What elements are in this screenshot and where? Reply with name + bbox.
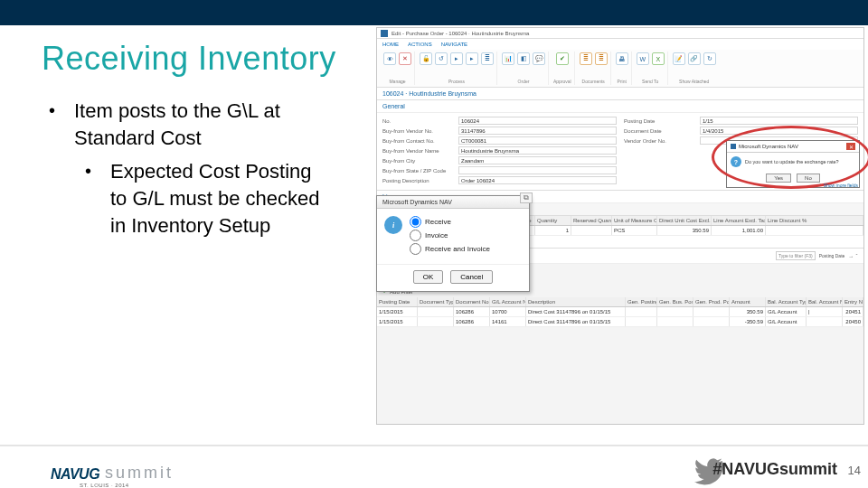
field-label: Buy-from Vendor Name [382, 148, 455, 154]
bullet-dot: • [85, 158, 110, 239]
post-and-print-icon[interactable]: ▸ [466, 52, 478, 65]
field-label: No. [382, 118, 455, 124]
cancel-button[interactable]: Cancel [450, 270, 493, 284]
field-value[interactable]: 31147896 [458, 127, 617, 135]
post-options-dialog: ⧉ Microsoft Dynamics NAV i Receive Invoi… [376, 195, 530, 292]
invoice-icon[interactable]: ≣ [595, 52, 608, 65]
tab-home[interactable]: HOME [382, 42, 399, 47]
question-icon: ? [731, 156, 741, 167]
cell [571, 226, 612, 235]
cell [693, 307, 730, 316]
cell: Direct Cost 31147896 on 01/15/15 [526, 307, 626, 316]
excel-icon[interactable]: X [652, 52, 665, 65]
radio-receive-invoice[interactable] [410, 243, 421, 255]
filter-input[interactable]: Type to filter (F3) [776, 251, 816, 260]
show-more-link[interactable]: ˅ Show more fields [819, 183, 858, 188]
test-report-icon[interactable]: ≣ [481, 52, 494, 65]
slide-top-bar [0, 0, 868, 25]
cell [626, 307, 657, 316]
document-header: 106024 · Houtindustrie Bruynsma [377, 88, 863, 100]
word-icon[interactable]: W [637, 52, 649, 65]
field-value[interactable]: Houtindustrie Bruynsma [458, 146, 617, 155]
post-icon[interactable]: ▸ [450, 52, 463, 65]
ribbon-group-label: Show Attached [679, 79, 709, 84]
dimensions-icon[interactable]: ◧ [517, 52, 530, 65]
slide-title: Receiving Inventory [42, 40, 336, 78]
links-icon[interactable]: 🔗 [688, 52, 701, 65]
ribbon-group-label: Manage [389, 79, 405, 84]
bullet-list: • Item posts to the G\L at Standard Cost… [49, 98, 320, 239]
cell: 1/15/2015 [377, 307, 418, 316]
ribbon: 👁 ✕ Manage 🔓 ↺ ▸ ▸ ≣ Process 📊 ◧ [377, 50, 863, 88]
tab-actions[interactable]: ACTIONS [408, 42, 432, 47]
col-resqty: Reserved Quantity [571, 216, 612, 225]
cell [807, 317, 843, 326]
reopen-icon[interactable]: ↺ [435, 52, 448, 65]
window-title: Edit - Purchase Order - 106024 · Houtind… [392, 31, 529, 36]
field-label: Posting Date [624, 118, 696, 124]
gle-grid-row[interactable]: 1/15/2015 106286 10700 Direct Cost 31147… [377, 307, 863, 317]
print-icon[interactable]: 🖶 [616, 52, 628, 65]
field-label: Vendor Order No. [624, 138, 696, 144]
delete-icon[interactable]: ✕ [399, 52, 411, 65]
mini-dialog-header: Microsoft Dynamics NAV ✕ [727, 141, 859, 153]
col: Posting Date [377, 297, 418, 306]
ribbon-group-label: Approval [553, 79, 571, 84]
col-uom: Unit of Measure Code [612, 216, 657, 225]
cell [418, 317, 454, 326]
bullet-2-text: Expected Cost Posting to G/L must be che… [110, 158, 320, 239]
cell: G/L Account [766, 317, 807, 326]
col: Bal. Account No. [807, 297, 843, 306]
option-receive[interactable]: Receive [410, 216, 490, 228]
cell [766, 226, 863, 235]
ok-button[interactable]: OK [413, 270, 444, 284]
ribbon-group-order: 📊 ◧ 💬 Order [499, 52, 549, 85]
field-label: Buy-from City [382, 158, 455, 164]
field-value[interactable]: 106024 [458, 117, 617, 125]
gle-grid-row[interactable]: 1/15/2015 106286 14161 Direct Cost 31147… [377, 317, 863, 327]
field-value[interactable]: Order 106024 [458, 176, 617, 184]
option-receive-invoice[interactable]: Receive and Invoice [410, 243, 490, 255]
notes-icon[interactable]: 📝 [673, 52, 685, 65]
field-value[interactable]: 1/4/2015 [700, 127, 858, 135]
option-invoice[interactable]: Invoice [410, 230, 490, 241]
field-value[interactable]: 1/15 [700, 117, 858, 125]
cell: 10700 [490, 307, 526, 316]
comments-icon[interactable]: 💬 [533, 52, 545, 65]
cell: 1 [535, 226, 571, 235]
radio-invoice[interactable] [410, 230, 421, 241]
view-icon[interactable]: 👁 [383, 52, 396, 65]
sort-arrow-icon[interactable]: → ˅ [848, 253, 858, 259]
approve-icon[interactable]: ✔ [556, 52, 569, 65]
col: Entry No. [843, 297, 863, 306]
refresh-icon[interactable]: ↻ [703, 52, 716, 65]
col: Gen. Bus. Posting Group [657, 297, 693, 306]
cell: 1,001.00 [712, 226, 766, 235]
cell [657, 307, 693, 316]
close-icon[interactable]: ✕ [846, 143, 855, 150]
close-icon[interactable]: ⧉ [520, 192, 533, 203]
window-titlebar: Edit - Purchase Order - 106024 · Houtind… [377, 28, 863, 39]
yes-button[interactable]: Yes [766, 174, 791, 183]
receipt-icon[interactable]: ≣ [580, 52, 592, 65]
mini-dialog-title: Microsoft Dynamics NAV [739, 144, 798, 149]
no-button[interactable]: No [797, 174, 820, 183]
col: Description [526, 297, 626, 306]
statistics-icon[interactable]: 📊 [502, 52, 514, 65]
cell: -350.59 [730, 317, 766, 326]
tab-navigate[interactable]: NAVIGATE [441, 42, 467, 47]
field-value[interactable] [458, 166, 617, 174]
sort-field[interactable]: Posting Date [819, 253, 845, 258]
bullet-2: • Expected Cost Posting to G/L must be c… [85, 158, 320, 239]
field-value[interactable]: Zaandam [458, 156, 617, 164]
col: Bal. Account Type [766, 297, 807, 306]
field-value[interactable]: CT000081 [458, 136, 617, 145]
ribbon-group-label: Send To [642, 79, 658, 84]
release-icon[interactable]: 🔓 [420, 52, 432, 65]
logo-tagline: ST. LOUIS · 2014 [80, 483, 129, 488]
col: Gen. Prod. Posting Group [693, 297, 730, 306]
ribbon-group-show: 📝 🔗 ↻ Show Attached [670, 52, 719, 85]
navug-logo: NAVUG summit ST. LOUIS · 2014 [51, 464, 174, 483]
bullet-1: • Item posts to the G\L at Standard Cost [49, 98, 320, 151]
radio-receive[interactable] [410, 216, 421, 228]
